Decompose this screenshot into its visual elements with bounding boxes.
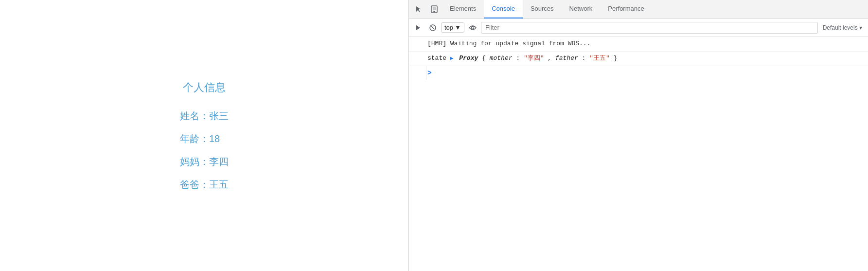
proxy-open-brace: { — [482, 54, 486, 62]
console-toolbar: top ▼ Default levels ▾ — [409, 18, 868, 37]
proxy-comma: , — [548, 54, 555, 62]
age-label: 年龄： — [180, 133, 209, 144]
proxy-close-brace: } — [614, 54, 618, 62]
name-value: 张三 — [209, 110, 229, 121]
console-filter-input[interactable] — [481, 22, 818, 34]
svg-rect-1 — [433, 11, 435, 12]
console-line-hmr: [HMR] Waiting for update signal from WDS… — [409, 37, 868, 52]
page-title: 个人信息 — [183, 80, 226, 95]
svg-line-5 — [431, 26, 434, 29]
tab-elements[interactable]: Elements — [442, 0, 484, 18]
name-field: 姓名：张三 — [180, 109, 229, 123]
father-field: 爸爸：王五 — [180, 178, 229, 191]
svg-point-6 — [471, 26, 474, 29]
name-label: 姓名： — [180, 110, 209, 121]
prompt-line-number — [409, 66, 426, 80]
father-label: 爸爸： — [180, 179, 209, 190]
age-field: 年龄：18 — [180, 132, 220, 145]
log-levels-button[interactable]: Default levels ▾ — [820, 23, 865, 32]
device-toolbar-button[interactable] — [426, 1, 442, 17]
proxy-mother-value: "李四" — [524, 54, 544, 62]
father-value: 王五 — [209, 179, 229, 190]
live-expressions-button[interactable] — [466, 21, 479, 34]
proxy-father-key: father — [555, 54, 578, 62]
proxy-colon1: : — [516, 54, 524, 62]
devtools-panel: Elements Console Sources Network Perform… — [408, 0, 868, 271]
age-value: 18 — [209, 133, 220, 144]
svg-rect-2 — [433, 7, 436, 10]
tab-performance[interactable]: Performance — [600, 0, 652, 18]
context-dropdown-icon: ▼ — [455, 24, 461, 31]
svg-marker-3 — [416, 25, 420, 30]
state-message: state ▶ Proxy { mother : "李四" , father :… — [427, 54, 864, 64]
hmr-message: [HMR] Waiting for update signal from WDS… — [427, 39, 864, 49]
clear-console-button[interactable] — [426, 21, 439, 34]
proxy-keyword: Proxy — [459, 54, 478, 62]
mother-label: 妈妈： — [180, 156, 209, 167]
proxy-father-value: "王五" — [589, 54, 610, 62]
console-line-state: state ▶ Proxy { mother : "李四" , father :… — [409, 52, 868, 66]
mother-value: 李四 — [209, 156, 229, 167]
web-page-content: 个人信息 姓名：张三 年龄：18 妈妈：李四 爸爸：王五 — [0, 0, 408, 271]
mother-field: 妈妈：李四 — [180, 155, 229, 168]
devtools-tab-bar: Elements Console Sources Network Perform… — [409, 0, 868, 18]
personal-info-container: 个人信息 姓名：张三 年龄：18 妈妈：李四 爸爸：王五 — [180, 80, 229, 191]
context-label: top — [444, 24, 453, 31]
console-prompt-chevron: > — [427, 69, 431, 77]
tab-sources[interactable]: Sources — [523, 0, 562, 18]
proxy-colon2: : — [582, 54, 590, 62]
console-prompt-line[interactable]: > — [409, 66, 868, 80]
tab-network[interactable]: Network — [562, 0, 601, 18]
console-output: [HMR] Waiting for update signal from WDS… — [409, 37, 868, 271]
state-label-text: state — [427, 54, 450, 62]
inspect-element-button[interactable] — [411, 1, 426, 17]
expand-proxy-icon[interactable]: ▶ — [450, 55, 454, 61]
run-script-button[interactable] — [412, 21, 425, 34]
context-selector[interactable]: top ▼ — [441, 22, 464, 33]
tab-console[interactable]: Console — [484, 0, 523, 18]
proxy-mother-key: mother — [490, 54, 513, 62]
